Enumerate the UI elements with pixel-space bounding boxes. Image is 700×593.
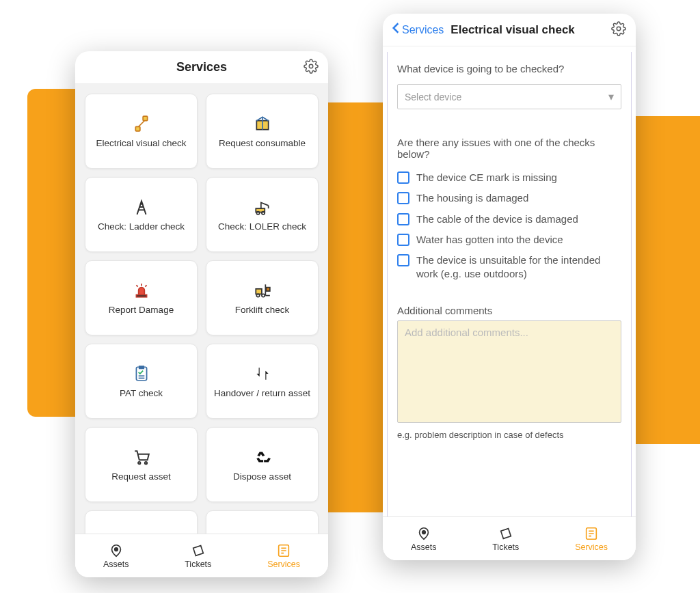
service-tile[interactable]: Dispose asset [206, 427, 319, 502]
ladder-icon [131, 197, 152, 217]
svg-rect-12 [136, 294, 146, 296]
svg-point-0 [309, 64, 313, 68]
service-tile[interactable]: Check: LOLER check [206, 177, 319, 252]
services-grid-container: Electrical visual checkRequest consumabl… [75, 84, 328, 534]
service-tile[interactable]: Forklift check [206, 260, 319, 335]
checkbox-icon [397, 171, 409, 184]
checkbox-icon [397, 192, 409, 204]
svg-point-10 [261, 211, 264, 214]
tile-label: Check: Ladder check [98, 221, 185, 233]
checkbox-label: The housing is damaged [416, 191, 528, 205]
recycle-icon [252, 447, 273, 467]
checkbox-row[interactable]: The device CE mark is missing [397, 171, 621, 184]
service-tile[interactable] [206, 510, 319, 534]
ticket-icon [191, 543, 206, 558]
svg-rect-16 [256, 288, 262, 294]
svg-rect-1 [143, 116, 148, 121]
svg-line-14 [136, 285, 137, 286]
crane-icon [252, 197, 273, 217]
nav-tickets[interactable]: Tickets [492, 526, 519, 552]
svg-point-27 [144, 462, 146, 464]
svg-point-26 [138, 462, 140, 464]
checkbox-label: Water has gotten into the device [416, 233, 563, 247]
comments-textarea[interactable]: Add additional comments... [397, 320, 621, 423]
tile-label: Forklift check [235, 305, 290, 316]
forklift-icon [252, 280, 273, 301]
svg-rect-23 [139, 366, 144, 368]
tile-label: PAT check [120, 388, 163, 400]
checkbox-icon [397, 213, 409, 225]
pin-icon [109, 543, 124, 558]
select-placeholder: Select device [405, 92, 461, 102]
plug-icon [131, 113, 152, 134]
nav-services[interactable]: Services [575, 526, 608, 552]
services-icon [584, 526, 599, 541]
checkbox-row[interactable]: The device is unsuitable for the intende… [397, 253, 621, 281]
svg-rect-21 [266, 287, 269, 290]
ticket-icon [498, 526, 513, 541]
question-device: What device is going to be checked? [397, 63, 621, 74]
svg-point-36 [617, 27, 621, 31]
gear-icon [304, 59, 319, 74]
comments-helper: e.g. problem description in case of defe… [397, 430, 621, 440]
checkbox-label: The device CE mark is missing [416, 171, 557, 184]
svg-point-9 [256, 211, 259, 214]
tile-label: Check: LOLER check [218, 221, 306, 233]
checkbox-icon [397, 234, 409, 246]
checkbox-row[interactable]: Water has gotten into the device [397, 233, 621, 247]
checkbox-row[interactable]: The cable of the device is damaged [397, 212, 621, 226]
service-tile[interactable]: Request asset [85, 427, 198, 502]
service-tile[interactable]: Electrical visual check [85, 94, 198, 169]
nav-assets[interactable]: Assets [411, 526, 437, 552]
nav-assets[interactable]: Assets [103, 543, 129, 569]
cart-icon [131, 447, 152, 467]
phone-service-detail: Services Electrical visual check What de… [383, 14, 636, 560]
service-tile[interactable]: Report Damage [85, 260, 198, 335]
settings-button[interactable] [611, 21, 626, 39]
back-button[interactable] [391, 22, 401, 38]
siren-icon [131, 280, 152, 301]
checklist-icon [131, 363, 152, 384]
svg-rect-2 [135, 126, 140, 131]
services-icon [276, 543, 291, 558]
bottom-nav: Assets Tickets Services [75, 534, 328, 577]
checkbox-label: The device is unsuitable for the intende… [416, 253, 621, 281]
nav-tickets[interactable]: Tickets [185, 543, 211, 569]
service-tile[interactable]: Handover / return asset [206, 344, 319, 419]
service-tile[interactable]: PAT check [85, 344, 198, 419]
pin-icon [416, 526, 431, 541]
phone-services-list: Services Electrical visual checkRequest … [75, 51, 328, 577]
checkbox-icon [397, 254, 409, 266]
service-tile[interactable] [85, 510, 198, 534]
svg-point-17 [256, 294, 259, 296]
svg-point-37 [422, 530, 425, 534]
svg-line-15 [145, 285, 146, 286]
question-issues: Are there any issues with one of the che… [397, 137, 621, 160]
form-body: What device is going to be checked? Sele… [387, 52, 632, 516]
page-title: Services [176, 60, 227, 74]
device-select[interactable]: Select device ▾ [397, 84, 621, 109]
header: Services [75, 51, 328, 84]
tile-label: Request asset [111, 471, 170, 483]
comments-label: Additional comments [397, 305, 621, 316]
settings-button[interactable] [304, 59, 319, 77]
checkbox-label: The cable of the device is damaged [416, 212, 578, 226]
nav-services[interactable]: Services [267, 543, 300, 569]
checkbox-row[interactable]: The housing is damaged [397, 191, 621, 205]
tile-label: Electrical visual check [96, 138, 186, 150]
service-tile[interactable]: Request consumable [206, 94, 319, 169]
back-label[interactable]: Services [402, 24, 444, 36]
service-tile[interactable]: Check: Ladder check [85, 177, 198, 252]
gear-icon [611, 21, 626, 36]
svg-point-18 [261, 294, 264, 296]
caret-down-icon: ▾ [608, 90, 614, 103]
svg-point-31 [114, 547, 118, 551]
tile-label: Handover / return asset [214, 388, 310, 400]
page-title: Electrical visual check [450, 23, 574, 37]
chevron-left-icon [391, 22, 401, 34]
tile-label: Report Damage [109, 305, 174, 316]
tile-label: Request consumable [219, 138, 306, 150]
bottom-nav: Assets Tickets Services [383, 516, 636, 560]
transfer-icon [252, 363, 273, 384]
package-icon [252, 113, 273, 134]
